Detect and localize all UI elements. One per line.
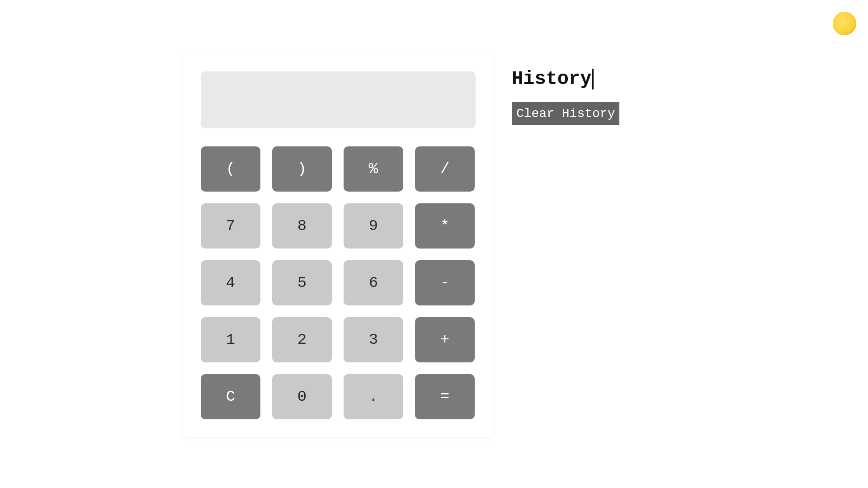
history-panel: History Clear History (512, 53, 619, 125)
app-container: ( ) % / 7 8 9 * 4 5 6 - 1 2 3 + C 0 . = … (183, 53, 619, 437)
keypad: ( ) % / 7 8 9 * 4 5 6 - 1 2 3 + C 0 . = (201, 146, 476, 419)
calculator-panel: ( ) % / 7 8 9 * 4 5 6 - 1 2 3 + C 0 . = (183, 53, 494, 437)
decimal-button[interactable]: . (344, 374, 403, 419)
clear-button[interactable]: C (201, 374, 260, 419)
minus-button[interactable]: - (415, 260, 475, 305)
open-paren-button[interactable]: ( (201, 146, 260, 192)
three-button[interactable]: 3 (344, 317, 403, 362)
equals-button[interactable]: = (415, 374, 475, 419)
multiply-button[interactable]: * (415, 203, 475, 249)
plus-button[interactable]: + (415, 317, 475, 362)
nine-button[interactable]: 9 (344, 203, 403, 249)
percent-button[interactable]: % (344, 146, 403, 192)
calculator-display (201, 71, 476, 128)
eight-button[interactable]: 8 (272, 203, 332, 249)
close-paren-button[interactable]: ) (272, 146, 332, 192)
one-button[interactable]: 1 (201, 317, 260, 362)
two-button[interactable]: 2 (272, 317, 332, 362)
history-title: History (512, 69, 594, 89)
four-button[interactable]: 4 (201, 260, 260, 305)
sun-icon (833, 12, 856, 35)
seven-button[interactable]: 7 (201, 203, 260, 249)
clear-history-button[interactable]: Clear History (512, 102, 619, 125)
divide-button[interactable]: / (415, 146, 475, 192)
six-button[interactable]: 6 (344, 260, 403, 305)
zero-button[interactable]: 0 (272, 374, 332, 419)
five-button[interactable]: 5 (272, 260, 332, 305)
